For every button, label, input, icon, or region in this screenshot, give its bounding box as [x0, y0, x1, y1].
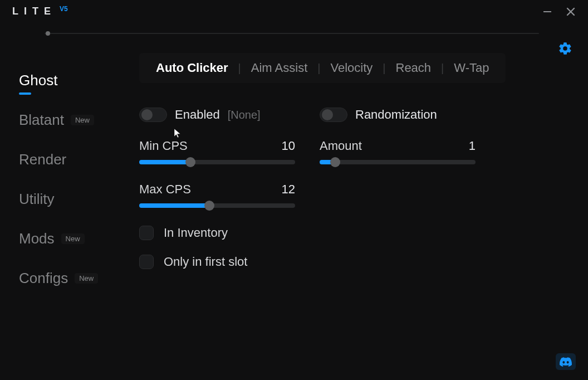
gear-icon[interactable]	[558, 48, 572, 57]
settings-column-left: Enabled [None] Min CPS 10 Max CPS	[139, 108, 295, 284]
max-cps-value: 12	[282, 182, 295, 197]
randomization-toggle[interactable]	[320, 108, 347, 122]
module-tabs: Auto Clicker | Aim Assist | Velocity | R…	[139, 53, 506, 83]
min-cps-slider[interactable]	[139, 160, 295, 164]
sidebar-item-label: Utility	[19, 191, 55, 208]
max-cps-slider-block: Max CPS 12	[139, 182, 295, 208]
new-badge: New	[61, 233, 85, 244]
window-controls	[542, 7, 576, 17]
sidebar-item-mods[interactable]: Mods New	[19, 230, 119, 247]
sidebar-item-label: Configs	[19, 270, 68, 287]
brand-version: V5	[60, 5, 68, 13]
amount-slider-block: Amount 1	[320, 139, 476, 164]
slider-knob[interactable]	[185, 157, 195, 167]
in-inventory-checkbox[interactable]	[139, 226, 154, 240]
tab-aim-assist[interactable]: Aim Assist	[249, 61, 310, 75]
in-inventory-label: In Inventory	[164, 226, 228, 240]
sidebar-item-utility[interactable]: Utility	[19, 191, 119, 208]
randomization-label: Randomization	[355, 108, 437, 122]
tab-separator: |	[433, 62, 452, 75]
sidebar-item-blatant[interactable]: Blatant New	[19, 111, 119, 129]
close-button[interactable]	[566, 7, 576, 17]
sidebar-item-render[interactable]: Render	[19, 151, 119, 168]
min-cps-value: 10	[282, 139, 295, 153]
sidebar-item-label: Blatant	[19, 111, 64, 129]
only-first-slot-checkbox[interactable]	[139, 255, 154, 269]
tab-auto-clicker[interactable]: Auto Clicker	[154, 61, 231, 75]
sidebar-item-configs[interactable]: Configs New	[19, 270, 119, 287]
enabled-toggle[interactable]	[139, 108, 167, 122]
tab-separator: |	[375, 62, 393, 75]
enabled-label: Enabled	[175, 108, 220, 122]
minimize-button[interactable]	[542, 7, 552, 17]
enabled-row: Enabled [None]	[139, 108, 295, 122]
brand: LITE V5	[12, 6, 68, 17]
only-first-slot-row[interactable]: Only in first slot	[139, 255, 295, 269]
max-cps-label: Max CPS	[139, 182, 191, 197]
enabled-keybind[interactable]: [None]	[228, 109, 261, 121]
tab-separator: |	[231, 62, 249, 75]
discord-icon[interactable]	[556, 353, 576, 370]
min-cps-slider-block: Min CPS 10	[139, 139, 295, 164]
only-first-slot-label: Only in first slot	[164, 255, 247, 269]
tab-velocity[interactable]: Velocity	[328, 61, 375, 75]
new-badge: New	[71, 115, 94, 125]
tab-separator: |	[310, 62, 328, 75]
main-panel: Auto Clicker | Aim Assist | Velocity | R…	[139, 48, 569, 309]
slider-knob[interactable]	[204, 201, 214, 211]
sidebar: Ghost Blatant New Render Utility Mods Ne…	[19, 48, 119, 309]
max-cps-slider[interactable]	[139, 203, 295, 208]
new-badge: New	[75, 273, 98, 284]
amount-label: Amount	[320, 139, 362, 153]
sidebar-item-ghost[interactable]: Ghost	[19, 72, 119, 89]
top-progress-track[interactable]	[45, 33, 539, 34]
in-inventory-row[interactable]: In Inventory	[139, 226, 295, 240]
sidebar-item-label: Ghost	[19, 72, 57, 89]
sidebar-item-label: Render	[19, 151, 66, 168]
amount-value: 1	[469, 139, 476, 153]
sidebar-item-label: Mods	[19, 230, 55, 247]
tab-reach[interactable]: Reach	[394, 61, 434, 75]
min-cps-label: Min CPS	[139, 139, 188, 153]
settings-column-right: Randomization Amount 1	[320, 108, 476, 284]
slider-knob[interactable]	[330, 157, 340, 167]
top-progress-knob[interactable]	[46, 31, 50, 36]
randomization-row: Randomization	[320, 108, 476, 122]
amount-slider[interactable]	[320, 160, 476, 164]
brand-name: LITE	[12, 6, 56, 17]
titlebar: LITE V5	[0, 0, 588, 17]
tab-w-tap[interactable]: W-Tap	[452, 61, 491, 75]
